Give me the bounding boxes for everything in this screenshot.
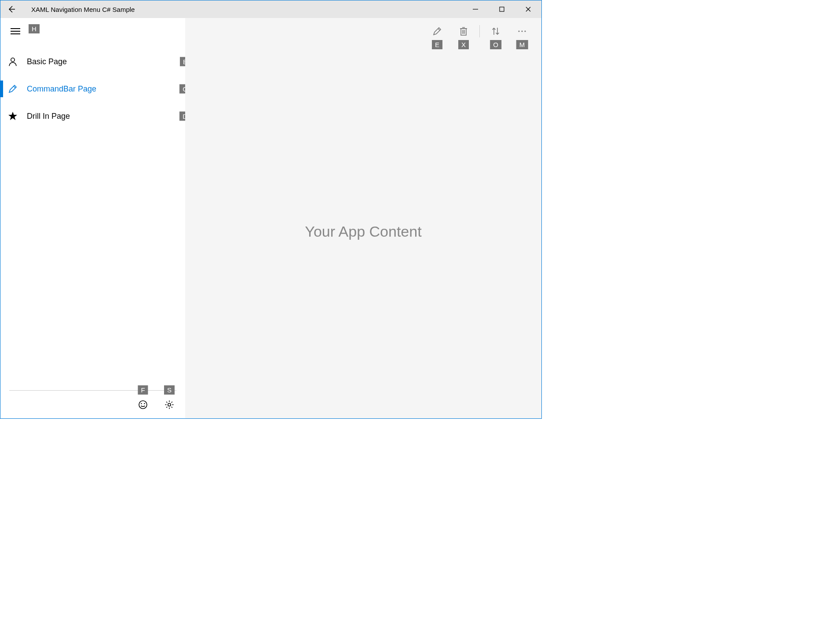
close-icon	[526, 7, 531, 12]
star-icon	[7, 111, 18, 121]
gear-icon	[164, 400, 174, 410]
svg-point-28	[524, 30, 526, 32]
content-area: E X	[185, 18, 541, 418]
command-bar: E X	[185, 18, 541, 44]
nav-item-label: Drill In Page	[27, 112, 70, 121]
content-placeholder: Your App Content	[305, 223, 421, 240]
window-title: XAML Navigation Menu C# Sample	[31, 6, 135, 13]
person-icon	[7, 56, 18, 67]
minimize-button[interactable]	[462, 0, 489, 18]
svg-point-5	[11, 58, 15, 62]
accesskey-badge: M	[516, 40, 528, 49]
svg-point-10	[168, 403, 171, 406]
app-body: H Basic Page B CommandBar Page C	[0, 18, 541, 418]
svg-point-8	[141, 403, 142, 404]
accesskey-badge: H	[29, 24, 40, 33]
maximize-icon	[499, 7, 504, 12]
svg-rect-1	[500, 7, 504, 11]
svg-line-15	[166, 402, 167, 402]
accesskey-badge: F	[138, 385, 148, 395]
svg-point-7	[139, 401, 147, 409]
hamburger-button[interactable]	[7, 23, 23, 39]
app-window: XAML Navigation Menu C# Sample	[0, 0, 542, 419]
maximize-button[interactable]	[489, 0, 515, 18]
smiley-icon	[138, 400, 148, 410]
close-button[interactable]	[515, 0, 541, 18]
edit-icon	[432, 26, 442, 36]
nav-list: Basic Page B CommandBar Page C Drill In …	[0, 48, 185, 130]
nav-item-commandbar-page[interactable]: CommandBar Page C	[0, 75, 185, 102]
hamburger-icon	[11, 28, 20, 35]
accesskey-badge: X	[458, 40, 469, 49]
window-controls	[462, 0, 541, 18]
svg-point-26	[518, 30, 519, 32]
edit-button[interactable]: E	[425, 22, 449, 40]
settings-button[interactable]: S	[162, 398, 176, 412]
more-button[interactable]: M	[510, 22, 534, 40]
svg-line-18	[166, 406, 167, 407]
trash-icon	[459, 26, 468, 36]
content-main: Your App Content	[185, 44, 541, 418]
accesskey-badge: E	[432, 40, 442, 49]
back-button[interactable]	[5, 3, 18, 16]
sidebar-bottom: F S	[9, 390, 176, 418]
nav-item-drill-in-page[interactable]: Drill In Page D	[0, 102, 185, 130]
sidebar-top: H	[0, 18, 185, 44]
accesskey-badge: O	[490, 40, 501, 49]
edit-icon	[7, 84, 18, 94]
svg-line-16	[172, 406, 172, 407]
minimize-icon	[473, 7, 478, 12]
svg-point-9	[144, 403, 145, 404]
svg-line-6	[14, 86, 15, 88]
title-bar: XAML Navigation Menu C# Sample	[0, 0, 541, 18]
svg-line-19	[438, 29, 440, 30]
nav-item-label: Basic Page	[27, 57, 67, 66]
arrow-left-icon	[7, 5, 16, 14]
svg-point-27	[521, 30, 522, 32]
nav-item-basic-page[interactable]: Basic Page B	[0, 48, 185, 75]
nav-item-label: CommandBar Page	[27, 84, 96, 94]
command-separator	[479, 25, 480, 37]
feedback-button[interactable]: F	[136, 398, 150, 412]
nav-sidebar: H Basic Page B CommandBar Page C	[0, 18, 185, 418]
sort-icon	[491, 26, 501, 36]
accesskey-badge: S	[164, 385, 175, 395]
svg-line-17	[172, 402, 172, 402]
more-icon	[517, 30, 527, 33]
sort-button[interactable]: O	[483, 22, 508, 40]
delete-button[interactable]: X	[451, 22, 476, 40]
